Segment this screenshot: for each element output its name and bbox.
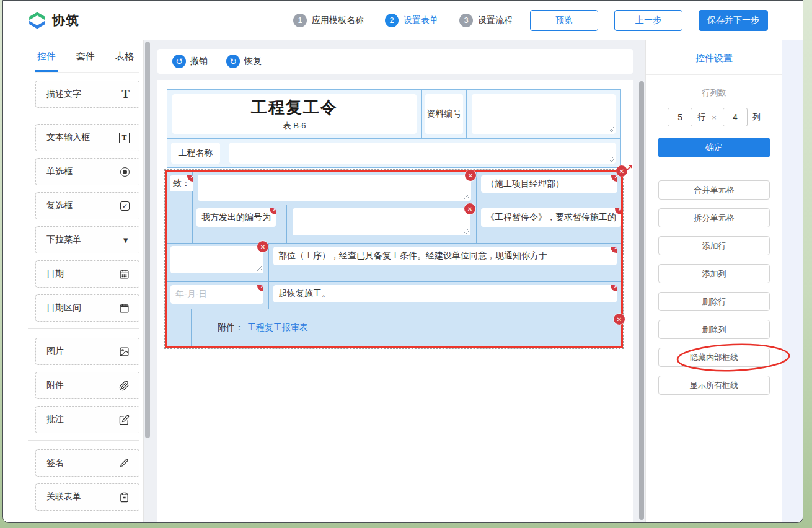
cell-part-input: ✕ [167,244,269,281]
panel-divider [646,169,782,169]
delete-control-icon[interactable]: ✕ [257,241,268,252]
sidebar-scrollbar-thumb[interactable] [145,42,150,438]
step-2-label: 设置表单 [404,15,438,26]
delete-control-icon[interactable]: ✕ [614,314,625,325]
control-item-description-text[interactable]: 描述文字 T [35,81,139,108]
region-resize-arrow-icon[interactable]: ↗ [625,162,633,174]
calendar-icon [119,269,130,279]
sidebar-divider [28,328,139,329]
selected-table-region[interactable]: ✕ ↗ 致： ✕ ✕ [164,169,624,349]
delete-control-icon[interactable]: ✕ [611,285,617,291]
resize-grip-icon[interactable] [464,193,470,200]
confirm-button[interactable]: 确定 [658,138,770,157]
rows-unit: 行 [697,112,705,123]
form-title: 工程复工令 [251,97,338,118]
cell-our-number: 我方发出的编号为 ✕ [193,205,287,243]
sidebar-scrollbar[interactable] [144,40,152,522]
step-3-label: 设置流程 [478,15,513,26]
cell-attachment[interactable]: 附件： 工程复工报审表 [192,309,621,346]
delete-control-icon[interactable]: ✕ [611,247,617,253]
empty-cell[interactable] [167,309,192,346]
app-header: 协筑 1 应用模板名称 2 设置表单 3 设置流程 预览 上一步 保存并下一步 [3,1,803,40]
table-row: ✕ 部位（工序），经查已具备复工条件。经建设单位同意，现通知你方于 ✕ [167,244,621,282]
save-next-button[interactable]: 保存并下一步 [699,10,768,31]
form-title-cell[interactable]: 工程复工令 表 B-6 [167,90,422,138]
stop-order-box[interactable]: 《工程暂停令》，要求暂停施工的 ✕ [481,208,621,227]
empty-cell[interactable] [167,205,193,243]
desktop-background: 协筑 1 应用模板名称 2 设置表单 3 设置流程 预览 上一步 保存并下一步 [0,0,812,528]
show-all-borders-button[interactable]: 显示所有框线 [658,376,770,395]
delete-control-icon[interactable]: ✕ [464,203,475,214]
project-name-textarea[interactable] [229,143,616,164]
control-item-signature[interactable]: 签名 [35,449,139,477]
rows-input[interactable] [668,108,692,126]
redo-button[interactable]: ↻ 恢复 [226,55,262,68]
rowcol-label: 行列数 [702,87,726,99]
cols-input[interactable] [723,108,748,126]
resize-grip-icon[interactable] [608,126,614,133]
canvas-toolbar: ↺ 撤销 ↻ 恢复 [157,49,633,74]
project-name-label-cell[interactable]: 工程名称 [167,139,224,167]
control-item-text-input[interactable]: 文本输入框 T [35,124,139,151]
to-label-box[interactable]: 致： ✕ [170,175,193,191]
step-1-label: 应用模板名称 [312,15,364,26]
delete-control-icon[interactable]: ✕ [611,175,617,182]
cols-unit: 列 [752,112,761,123]
to-suffix-box[interactable]: （施工项目经理部） ✕ [481,175,617,193]
to-textarea[interactable]: ✕ [198,175,471,201]
control-item-image[interactable]: 图片 [35,338,139,365]
step-1[interactable]: 1 应用模板名称 [293,14,364,27]
resume-text-box[interactable]: 起恢复施工。 ✕ [273,285,617,302]
undo-icon: ↺ [172,55,186,68]
redo-icon: ↻ [226,55,240,68]
split-cells-button[interactable]: 拆分单元格 [658,208,770,227]
doc-no-label: 资料编号 [425,94,463,134]
part-textarea[interactable]: ✕ [170,246,263,273]
number-textarea[interactable]: ✕ [293,208,470,235]
cell-to-input: ✕ [193,172,477,205]
canvas-scrollbar[interactable] [638,40,645,522]
logo-icon [28,11,46,30]
resume-condition-box[interactable]: 部位（工序），经查已具备复工条件。经建设单位同意，现通知你方于 ✕ [273,247,617,265]
attachment-link[interactable]: 工程复工报审表 [247,322,308,333]
resize-grip-icon[interactable] [608,156,614,162]
control-item-dropdown[interactable]: 下拉菜单 ▼ [35,226,139,253]
add-row-button[interactable]: 添加行 [658,236,770,255]
tab-tables[interactable]: 表格 [113,40,136,72]
delete-control-icon[interactable]: ✕ [465,170,476,181]
doc-no-label-cell[interactable]: 资料编号 [422,90,467,138]
delete-row-button[interactable]: 删除行 [658,292,770,311]
undo-button[interactable]: ↺ 撤销 [172,55,208,68]
hide-inner-borders-button[interactable]: 隐藏内部框线 [658,348,770,367]
delete-column-button[interactable]: 删除列 [658,320,770,339]
delete-control-icon[interactable]: ✕ [257,285,263,291]
control-item-date[interactable]: 日期 [35,260,139,288]
control-item-checkbox[interactable]: 复选框 ✓ [35,192,139,219]
our-number-box[interactable]: 我方发出的编号为 ✕ [196,208,276,227]
step-2[interactable]: 2 设置表单 [385,14,438,27]
tab-controls[interactable]: 控件 [35,40,58,72]
cell-to[interactable]: 致： ✕ [167,172,193,205]
preview-button[interactable]: 预览 [530,10,598,31]
logo-text: 协筑 [52,12,79,29]
sidebar-divider [28,440,139,441]
merge-cells-button[interactable]: 合并单元格 [658,180,770,200]
canvas-scrollbar-thumb[interactable] [639,81,644,520]
control-item-date-range[interactable]: 日期区间 [35,294,139,322]
description-text-icon: T [121,87,130,101]
resize-grip-icon[interactable] [463,228,469,234]
resize-grip-icon[interactable] [256,266,262,272]
date-input[interactable]: 年-月-日 ✕ [170,285,263,304]
control-item-radio[interactable]: 单选框 [35,158,139,185]
step-3[interactable]: 3 设置流程 [459,14,513,27]
doc-no-textarea[interactable] [472,94,616,134]
tab-suites[interactable]: 套件 [74,40,97,72]
signature-pen-icon [119,458,130,469]
prev-step-button[interactable]: 上一步 [614,10,682,31]
control-item-annotation[interactable]: 批注 [35,406,139,433]
control-item-attachment[interactable]: 附件 [35,372,139,399]
table-tools: 合并单元格 拆分单元格 添加行 添加列 删除行 删除列 隐藏内部框线 显示所有框… [658,180,770,395]
control-item-linked-form[interactable]: 关联表单 [35,483,139,511]
doc-no-input-cell [467,90,620,138]
add-column-button[interactable]: 添加列 [658,264,770,283]
